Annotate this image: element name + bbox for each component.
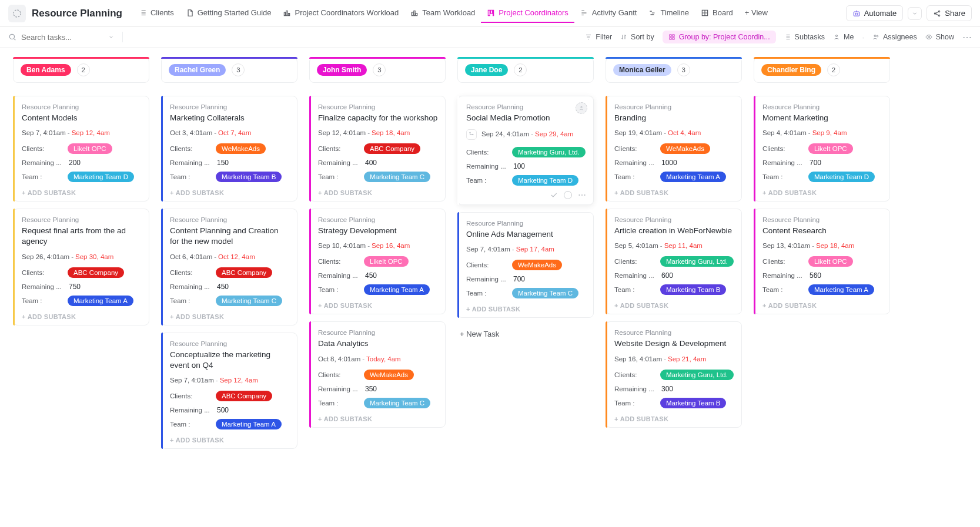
column-header[interactable]: Rachel Green3 bbox=[161, 57, 297, 83]
team-tag[interactable]: Marketing Team B bbox=[216, 172, 282, 182]
client-tag[interactable]: Marketing Guru, Ltd. bbox=[660, 256, 734, 267]
workspace-icon[interactable] bbox=[8, 5, 26, 22]
client-tag[interactable]: ABC Company bbox=[68, 267, 124, 278]
group-by-chip[interactable]: Group by: Project Coordin... bbox=[663, 31, 776, 43]
add-subtask-button[interactable]: + ADD SUBTASK bbox=[170, 434, 290, 444]
more-menu[interactable]: ⋯ bbox=[962, 32, 972, 43]
team-tag[interactable]: Marketing Team D bbox=[808, 172, 875, 182]
tab--view[interactable]: + View bbox=[739, 4, 774, 23]
sort-button[interactable]: Sort by bbox=[620, 33, 654, 41]
tab-project-coordinators-workload[interactable]: Project Coordinators Workload bbox=[277, 4, 404, 23]
show-button[interactable]: Show bbox=[925, 33, 954, 41]
team-tag[interactable]: Marketing Team A bbox=[68, 296, 133, 306]
client-tag[interactable]: WeMakeAds bbox=[660, 143, 710, 154]
task-card[interactable]: Resource PlanningContent Planning and Cr… bbox=[161, 209, 297, 325]
add-subtask-button[interactable]: + ADD SUBTASK bbox=[318, 413, 438, 422]
task-card[interactable]: Resource PlanningFinalize capacity for t… bbox=[309, 96, 446, 202]
client-tag[interactable]: ABC Company bbox=[216, 391, 272, 401]
coordinator-chip[interactable]: Rachel Green bbox=[169, 64, 226, 76]
task-card[interactable]: Resource PlanningWebsite Design & Develo… bbox=[606, 321, 742, 427]
coordinator-chip[interactable]: John Smith bbox=[317, 64, 367, 76]
client-tag[interactable]: LikeIt OPC bbox=[68, 143, 112, 154]
coordinator-chip[interactable]: Chandler Bing bbox=[761, 64, 821, 76]
tab-team-workload[interactable]: Team Workload bbox=[404, 4, 481, 23]
add-subtask-button[interactable]: + ADD SUBTASK bbox=[466, 303, 586, 313]
tab-activity-gantt[interactable]: Activity Gantt bbox=[574, 4, 643, 23]
status-circle-icon[interactable] bbox=[564, 191, 572, 199]
coordinator-chip[interactable]: Monica Geller bbox=[613, 64, 671, 76]
coordinator-chip[interactable]: Jane Doe bbox=[465, 64, 508, 76]
client-tag[interactable]: LikeIt OPC bbox=[364, 256, 409, 267]
client-tag[interactable]: Marketing Guru, Ltd. bbox=[660, 370, 734, 380]
tab-project-coordinators[interactable]: Project Coordinators bbox=[481, 4, 574, 23]
task-card[interactable]: Resource PlanningContent ModelsSep 7, 4:… bbox=[13, 96, 149, 202]
me-button[interactable]: Me bbox=[833, 33, 854, 41]
task-card[interactable]: Resource PlanningRequest final arts from… bbox=[13, 209, 149, 325]
task-card[interactable]: Resource PlanningArticle creation in Web… bbox=[606, 209, 742, 314]
add-subtask-button[interactable]: + ADD SUBTASK bbox=[318, 300, 438, 309]
tab-getting-started-guide[interactable]: Getting Started Guide bbox=[180, 4, 277, 23]
task-card[interactable]: Resource PlanningData AnalyticsOct 8, 4:… bbox=[309, 321, 446, 427]
task-card[interactable]: Resource PlanningConceptualize the marke… bbox=[161, 333, 297, 449]
add-subtask-button[interactable]: + ADD SUBTASK bbox=[318, 187, 438, 196]
column-header[interactable]: Jane Doe2 bbox=[457, 57, 594, 83]
team-tag[interactable]: Marketing Team D bbox=[512, 175, 578, 186]
automate-dropdown[interactable] bbox=[908, 7, 922, 20]
client-tag[interactable]: Marketing Guru, Ltd. bbox=[512, 147, 586, 157]
filter-button[interactable]: Filter bbox=[585, 33, 612, 41]
add-subtask-button[interactable]: + ADD SUBTASK bbox=[614, 413, 734, 422]
assignees-button[interactable]: Assignees bbox=[872, 33, 917, 41]
complete-icon[interactable] bbox=[550, 191, 558, 199]
client-tag[interactable]: WeMakeAds bbox=[364, 370, 414, 380]
share-button[interactable]: Share bbox=[927, 5, 972, 21]
task-card[interactable]: Resource PlanningBrandingSep 19, 4:01am-… bbox=[606, 96, 742, 202]
team-tag[interactable]: Marketing Team B bbox=[660, 284, 726, 295]
client-tag[interactable]: LikeIt OPC bbox=[808, 256, 853, 267]
client-tag[interactable]: ABC Company bbox=[216, 267, 272, 278]
add-subtask-button[interactable]: + ADD SUBTASK bbox=[614, 187, 734, 196]
task-card[interactable]: Resource PlanningOnline Ads ManagementSe… bbox=[457, 212, 594, 318]
chevron-down-icon[interactable] bbox=[108, 34, 114, 40]
task-card[interactable]: Resource PlanningContent ResearchSep 13,… bbox=[754, 209, 890, 314]
team-tag[interactable]: Marketing Team A bbox=[808, 284, 874, 295]
task-card[interactable]: Resource PlanningMarketing CollateralsOc… bbox=[161, 96, 297, 202]
assignee-placeholder-icon[interactable] bbox=[576, 102, 587, 114]
subtasks-button[interactable]: Subtasks bbox=[784, 33, 825, 41]
client-tag[interactable]: WeMakeAds bbox=[512, 260, 562, 270]
team-tag[interactable]: Marketing Team C bbox=[364, 398, 430, 408]
team-tag[interactable]: Marketing Team A bbox=[364, 284, 430, 295]
task-card[interactable]: Resource PlanningSocial Media PromotionS… bbox=[457, 96, 594, 205]
tab-timeline[interactable]: Timeline bbox=[643, 4, 695, 23]
add-subtask-button[interactable]: + ADD SUBTASK bbox=[762, 300, 882, 309]
automate-button[interactable]: Automate bbox=[846, 5, 904, 21]
team-tag[interactable]: Marketing Team C bbox=[216, 296, 282, 306]
coordinator-chip[interactable]: Ben Adams bbox=[21, 64, 71, 76]
column-header[interactable]: Ben Adams2 bbox=[13, 57, 149, 83]
team-tag[interactable]: Marketing Team D bbox=[68, 172, 134, 182]
team-tag[interactable]: Marketing Team B bbox=[660, 398, 726, 408]
task-card[interactable]: Resource PlanningStrategy DevelopmentSep… bbox=[309, 209, 446, 314]
add-subtask-button[interactable]: + ADD SUBTASK bbox=[170, 187, 290, 196]
search-input[interactable] bbox=[21, 33, 103, 42]
task-card[interactable]: Resource PlanningMoment MarketingSep 4, … bbox=[754, 96, 890, 202]
client-tag[interactable]: WeMakeAds bbox=[216, 143, 266, 154]
new-task-button[interactable]: + New Task bbox=[457, 325, 594, 343]
subtask-icon[interactable] bbox=[466, 129, 477, 140]
add-subtask-button[interactable]: + ADD SUBTASK bbox=[22, 187, 142, 196]
card-more-icon[interactable]: ⋯ bbox=[578, 190, 586, 200]
client-tag[interactable]: LikeIt OPC bbox=[808, 143, 853, 154]
column-header[interactable]: Chandler Bing2 bbox=[754, 57, 890, 83]
team-tag[interactable]: Marketing Team C bbox=[512, 288, 578, 298]
tab-board[interactable]: Board bbox=[695, 4, 739, 23]
team-tag[interactable]: Marketing Team A bbox=[660, 172, 726, 182]
tab-clients[interactable]: Clients bbox=[133, 4, 180, 23]
add-subtask-button[interactable]: + ADD SUBTASK bbox=[170, 311, 290, 320]
client-tag[interactable]: ABC Company bbox=[364, 143, 420, 154]
add-subtask-button[interactable]: + ADD SUBTASK bbox=[22, 311, 142, 320]
team-tag[interactable]: Marketing Team C bbox=[364, 172, 430, 182]
team-tag[interactable]: Marketing Team A bbox=[216, 419, 282, 429]
column-header[interactable]: John Smith3 bbox=[309, 57, 446, 83]
add-subtask-button[interactable]: + ADD SUBTASK bbox=[614, 300, 734, 309]
column-header[interactable]: Monica Geller3 bbox=[606, 57, 742, 83]
add-subtask-button[interactable]: + ADD SUBTASK bbox=[762, 187, 882, 196]
